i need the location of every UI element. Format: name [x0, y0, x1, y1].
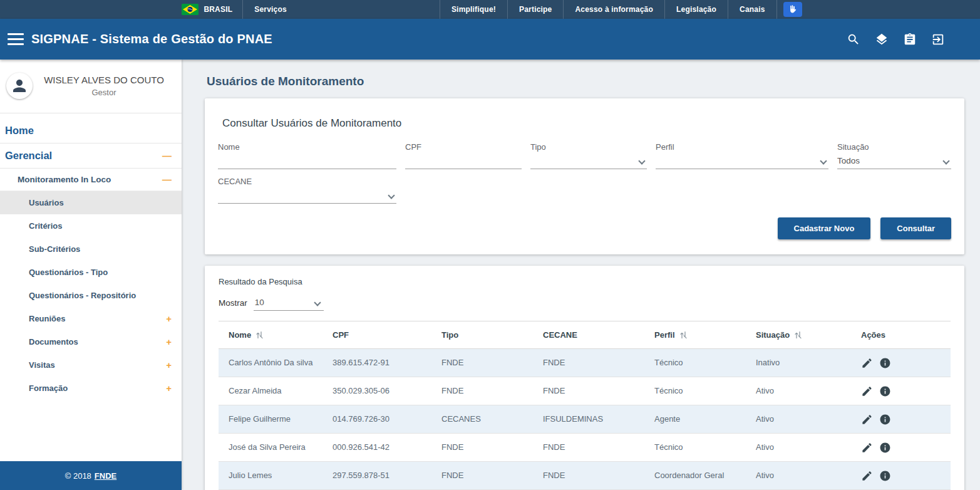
- gov-bar-spacer: [298, 0, 440, 19]
- sidebar-item-visitas[interactable]: Visitas+: [0, 353, 182, 377]
- cell-acoes: [851, 349, 951, 377]
- cell-nome: José da Silva Pereira: [219, 434, 322, 462]
- sidebar-item-questionarios-repositorio[interactable]: Questionários - Repositório: [0, 284, 182, 307]
- gov-link-simplifique[interactable]: Simplifique!: [440, 0, 507, 19]
- expand-plus-icon[interactable]: +: [166, 314, 172, 323]
- gov-link-participe[interactable]: Participe: [507, 0, 564, 19]
- sidebar-item-documentos[interactable]: Documentos+: [0, 330, 182, 353]
- cell-tipo: FNDE: [431, 462, 533, 490]
- collapse-minus-icon[interactable]: —: [162, 151, 172, 160]
- show-label: Mostrar: [219, 298, 247, 311]
- collapse-minus-icon[interactable]: —: [162, 175, 172, 184]
- sidebar-item-formacao[interactable]: Formação+: [0, 377, 182, 400]
- info-icon[interactable]: [879, 414, 891, 425]
- page-size-select[interactable]: 10: [254, 298, 324, 311]
- layers-icon[interactable]: [875, 33, 889, 46]
- sort-icon[interactable]: [679, 330, 688, 340]
- cell-cecane: IFSULDEMINAS: [533, 405, 644, 434]
- column-header-situacao[interactable]: Situação: [746, 321, 851, 349]
- menu-icon[interactable]: [8, 33, 24, 45]
- edit-icon[interactable]: [861, 357, 873, 369]
- cell-nome: Carlos Antônio Da silva: [219, 349, 322, 377]
- tipo-select[interactable]: [530, 152, 647, 169]
- edit-icon[interactable]: [861, 470, 873, 482]
- vlibras-button[interactable]: [776, 0, 808, 19]
- avatar: [6, 73, 33, 99]
- sidebar-item-gerencial[interactable]: Gerencial—: [0, 143, 182, 169]
- column-header-cpf: CPF: [322, 321, 431, 349]
- gov-link-acesso-a-informacao[interactable]: Acesso à informação: [563, 0, 664, 19]
- sidebar-item-home[interactable]: Home: [0, 118, 182, 143]
- sidebar-item-reunioes[interactable]: Reuniões+: [0, 307, 182, 330]
- gov-link-servicos[interactable]: Serviços: [242, 0, 298, 19]
- cell-perfil: Coordenador Geral: [644, 462, 746, 490]
- situacao-select[interactable]: Todos: [837, 152, 951, 169]
- sidebar-menu: HomeGerencial—Monitoramento In Loco—Usuá…: [0, 113, 182, 461]
- expand-plus-icon[interactable]: +: [166, 337, 172, 347]
- cell-situacao: Inativo: [746, 349, 851, 377]
- field-cecane: CECANE: [218, 177, 396, 204]
- search-icon[interactable]: [847, 33, 860, 46]
- field-label: CPF: [405, 142, 522, 152]
- cell-perfil: Técnico: [644, 349, 746, 377]
- cell-situacao: Ativo: [746, 405, 851, 434]
- info-icon[interactable]: [879, 385, 891, 397]
- column-label: Tipo: [441, 330, 458, 340]
- fnde-link[interactable]: FNDE: [95, 471, 116, 481]
- gov-links-right: Simplifique!ParticipeAcesso à informação…: [440, 0, 776, 19]
- clipboard-icon[interactable]: [903, 33, 917, 46]
- sidebar-item-criterios[interactable]: Critérios: [0, 214, 182, 237]
- results-table: NomeCPFTipoCECANEPerfilSituaçãoAções Car…: [219, 321, 951, 490]
- cell-acoes: [851, 377, 951, 405]
- cell-tipo: FNDE: [431, 434, 533, 462]
- page-size-row: Mostrar 10: [219, 298, 951, 311]
- search-card-title: Consultar Usuários de Monitoramento: [222, 117, 951, 130]
- sort-icon[interactable]: [793, 330, 803, 340]
- consultar-button[interactable]: Consultar: [880, 217, 951, 239]
- gov-link-canais[interactable]: Canais: [728, 0, 776, 19]
- cadastrar-novo-button[interactable]: Cadastrar Novo: [778, 217, 871, 239]
- logout-icon[interactable]: [931, 33, 945, 46]
- cell-situacao: Ativo: [746, 377, 851, 405]
- sidebar-item-usuarios[interactable]: Usuários: [0, 191, 182, 214]
- sidebar-item-label: Monitoramento In Loco: [18, 175, 111, 184]
- results-title: Resultado da Pesquisa: [219, 277, 951, 286]
- edit-icon[interactable]: [861, 385, 873, 397]
- info-icon[interactable]: [879, 357, 891, 369]
- gov-brasil-link[interactable]: BRASIL: [172, 0, 242, 19]
- gov-brand-label: BRASIL: [204, 5, 232, 14]
- sidebar-item-label: Visitas: [29, 360, 55, 370]
- info-icon[interactable]: [879, 442, 891, 454]
- expand-plus-icon[interactable]: +: [166, 360, 172, 370]
- expand-plus-icon[interactable]: +: [166, 383, 172, 393]
- column-header-perfil[interactable]: Perfil: [644, 321, 746, 349]
- results-card: Resultado da Pesquisa Mostrar 10 NomeCPF…: [205, 266, 964, 490]
- perfil-select[interactable]: [656, 152, 828, 169]
- nome-input[interactable]: [218, 152, 396, 169]
- cpf-input[interactable]: [405, 152, 522, 169]
- sidebar-item-label: Formação: [29, 383, 68, 393]
- cell-cpf: 350.029.305-06: [322, 377, 431, 405]
- field-label: Situação: [837, 142, 951, 152]
- chevron-down-icon: [942, 157, 949, 164]
- table-row: Julio Lemes297.559.878-51FNDEFNDECoorden…: [219, 462, 951, 490]
- chevron-down-icon: [314, 299, 321, 306]
- column-header-nome[interactable]: Nome: [219, 321, 322, 349]
- cecane-select[interactable]: [218, 186, 396, 204]
- brazil-flag-icon: [182, 4, 199, 15]
- table-row: Felipe Guilherme014.769.726-30CECANESIFS…: [219, 405, 951, 434]
- sort-icon[interactable]: [255, 330, 264, 340]
- info-icon[interactable]: [879, 470, 891, 482]
- cell-acoes: [851, 405, 951, 434]
- sidebar-footer: © 2018 FNDE: [0, 461, 182, 490]
- search-card: Consultar Usuários de Monitoramento Nome…: [205, 98, 964, 254]
- sidebar-item-label: Home: [5, 125, 34, 137]
- edit-icon[interactable]: [861, 414, 873, 425]
- gov-link-legislacao[interactable]: Legislação: [664, 0, 728, 19]
- edit-icon[interactable]: [861, 442, 873, 454]
- cell-cecane: FNDE: [533, 377, 644, 405]
- sidebar-item-monitoramento-in-loco[interactable]: Monitoramento In Loco—: [0, 169, 182, 191]
- sidebar-item-questionarios-tipo[interactable]: Questionários - Tipo: [0, 261, 182, 284]
- table-row: Cezar Almeida350.029.305-06FNDEFNDETécni…: [219, 377, 951, 405]
- sidebar-item-sub-criterios[interactable]: Sub-Critérios: [0, 237, 182, 261]
